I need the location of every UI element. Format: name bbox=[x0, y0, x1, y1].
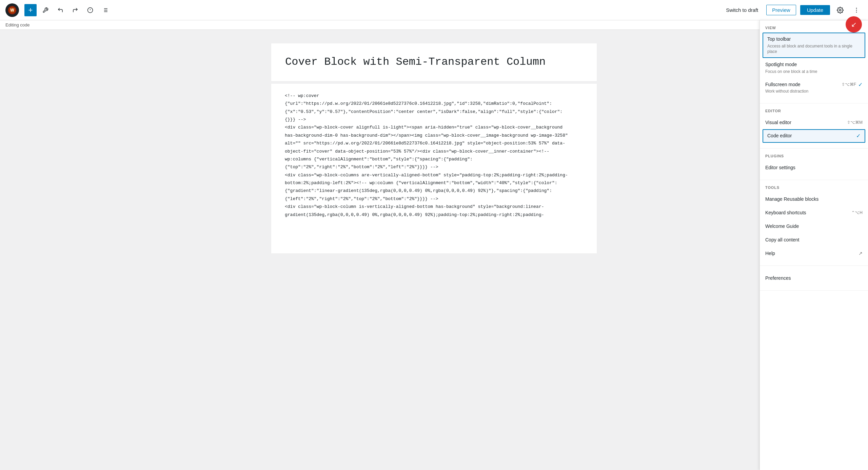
preferences-label: Preferences bbox=[765, 275, 791, 281]
tools-section: TOOLS Manage Reusable blocks Keyboard sh… bbox=[760, 180, 868, 266]
code-editor-check-icon: ✓ bbox=[856, 133, 861, 139]
help-external-icon: ↗ bbox=[859, 251, 863, 256]
update-button[interactable]: Update bbox=[800, 5, 830, 15]
keyboard-shortcuts-label: Keyboard shortcuts bbox=[765, 210, 806, 215]
code-editor-title: Code editor bbox=[767, 133, 853, 139]
svg-point-14 bbox=[856, 9, 857, 11]
visual-editor-shortcut: ⇧⌥⌘M bbox=[847, 120, 863, 125]
help-label: Help bbox=[765, 251, 775, 256]
top-bar-left: W + bbox=[5, 3, 722, 17]
tools-section-label: TOOLS bbox=[760, 185, 868, 192]
more-options-button[interactable] bbox=[850, 4, 863, 16]
fullscreen-mode-item[interactable]: Fullscreen mode Work without distraction… bbox=[760, 78, 868, 98]
editor-settings-item[interactable]: Editor settings bbox=[760, 161, 868, 174]
top-toolbar-desc: Access all block and document tools in a… bbox=[767, 43, 861, 55]
preferences-section: Preferences bbox=[760, 266, 868, 291]
editor-area: Cover Block with Semi-Transparent Column… bbox=[0, 30, 868, 468]
fullscreen-desc: Work without distraction bbox=[765, 89, 839, 94]
top-bar: W + bbox=[0, 0, 868, 20]
visual-editor-item[interactable]: Visual editor ⇧⌥⌘M bbox=[760, 116, 868, 129]
cursor-indicator: ↙ bbox=[846, 16, 862, 33]
top-bar-right: Switch to draft Preview Update bbox=[722, 4, 863, 16]
welcome-guide-label: Welcome Guide bbox=[765, 223, 799, 229]
info-button[interactable] bbox=[84, 4, 96, 16]
visual-editor-label: Visual editor bbox=[765, 120, 791, 125]
keyboard-shortcuts-item[interactable]: Keyboard shortcuts ⌃⌥H bbox=[760, 206, 868, 219]
wp-logo: W bbox=[5, 3, 19, 17]
fullscreen-title: Fullscreen mode bbox=[765, 81, 839, 88]
code-editor-block[interactable]: <!-- wp:cover {"url":"https://pd.w.org/2… bbox=[271, 84, 597, 253]
spotlight-title: Spotlight mode bbox=[765, 61, 863, 68]
redo-button[interactable] bbox=[69, 4, 81, 16]
fullscreen-shortcut: ⇧⌥⌘F bbox=[842, 82, 856, 87]
copy-all-item[interactable]: Copy all content bbox=[760, 233, 868, 247]
preview-button[interactable]: Preview bbox=[766, 5, 796, 15]
keyboard-shortcuts-shortcut: ⌃⌥H bbox=[851, 210, 863, 215]
top-toolbar-title: Top toolbar bbox=[767, 36, 861, 43]
view-section: VIEW Top toolbar Access all block and do… bbox=[760, 20, 868, 103]
tools-button[interactable] bbox=[39, 4, 52, 16]
settings-button[interactable] bbox=[834, 4, 846, 16]
editor-settings-label: Editor settings bbox=[765, 165, 795, 170]
preferences-item[interactable]: Preferences bbox=[760, 271, 868, 285]
dropdown-panel: VIEW Top toolbar Access all block and do… bbox=[760, 20, 868, 470]
help-item[interactable]: Help ↗ bbox=[760, 247, 868, 260]
svg-point-12 bbox=[840, 9, 841, 11]
plugins-section: PLUGINS Editor settings bbox=[760, 149, 868, 180]
code-editor-item[interactable]: Code editor ✓ bbox=[763, 129, 865, 143]
switch-to-draft-button[interactable]: Switch to draft bbox=[722, 5, 762, 15]
post-title-block: Cover Block with Semi-Transparent Column bbox=[271, 43, 597, 81]
editor-section-label: EDITOR bbox=[760, 109, 868, 116]
code-content[interactable]: <!-- wp:cover {"url":"https://pd.w.org/2… bbox=[285, 92, 583, 219]
manage-reusable-label: Manage Reusable blocks bbox=[765, 196, 818, 202]
spotlight-desc: Focus on one block at a time bbox=[765, 69, 863, 75]
top-toolbar-item[interactable]: Top toolbar Access all block and documen… bbox=[763, 33, 865, 58]
fullscreen-check-icon: ✓ bbox=[858, 81, 863, 88]
editing-bar: Editing code bbox=[0, 20, 868, 30]
svg-text:W: W bbox=[10, 8, 14, 13]
list-view-button[interactable] bbox=[99, 4, 111, 16]
copy-all-label: Copy all content bbox=[765, 237, 799, 242]
undo-button[interactable] bbox=[54, 4, 66, 16]
editing-mode-label: Editing code bbox=[5, 22, 30, 27]
svg-point-15 bbox=[856, 12, 857, 13]
main-area: Cover Block with Semi-Transparent Column… bbox=[0, 30, 868, 468]
welcome-guide-item[interactable]: Welcome Guide bbox=[760, 219, 868, 233]
editor-section: EDITOR Visual editor ⇧⌥⌘M Code editor ✓ bbox=[760, 103, 868, 149]
svg-point-13 bbox=[856, 7, 857, 8]
plugins-section-label: PLUGINS bbox=[760, 154, 868, 161]
spotlight-mode-item[interactable]: Spotlight mode Focus on one block at a t… bbox=[760, 58, 868, 78]
add-block-button[interactable]: + bbox=[24, 4, 37, 16]
cursor-arrow-icon: ↙ bbox=[851, 20, 857, 28]
manage-reusable-item[interactable]: Manage Reusable blocks bbox=[760, 192, 868, 206]
post-title: Cover Block with Semi-Transparent Column bbox=[285, 55, 583, 70]
